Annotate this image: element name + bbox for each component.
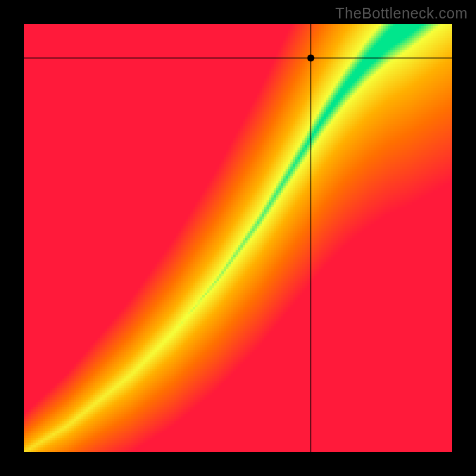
watermark-text: TheBottleneck.com <box>336 5 468 22</box>
chart-frame: { "watermark": "TheBottleneck.com", "cha… <box>0 0 476 476</box>
bottleneck-heatmap <box>24 24 452 452</box>
